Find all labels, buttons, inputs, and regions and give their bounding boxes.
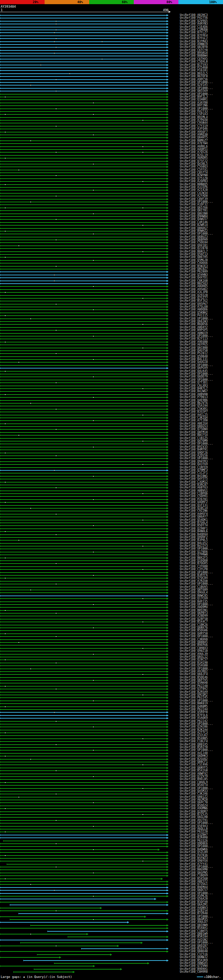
alignment-bar [0,502,167,503]
alignment-arrowhead-icon [167,784,168,786]
alignment-arrowhead-icon [167,96,168,98]
alignment-bar [0,732,167,733]
alignment-arrowhead-icon [167,659,168,661]
alignment-arrowhead-icon [110,954,112,956]
alignment-bar [0,18,167,18]
alignment-arrowhead-icon [167,236,168,238]
alignment-bar [0,735,167,736]
scale-legend-text: =100char. [204,975,221,978]
alignment-arrowhead-icon [167,601,168,603]
alignment-bar [0,88,167,89]
alignment-bar [0,671,167,672]
alignment-bar [0,592,167,593]
alignment-arrowhead-icon [167,714,168,716]
gap-marker-icon [56,108,56,109]
alignment-arrowhead-icon [167,309,168,311]
alignment-bar [10,919,167,920]
alignment-arrowhead-icon [167,300,168,302]
alignment-bar [0,957,59,958]
alignment-arrowhead-icon [167,676,168,679]
gap-marker-icon [56,47,56,48]
alignment-arrowhead-icon [167,793,168,795]
alignment-bar [0,202,167,202]
gap-marker-icon [143,814,143,815]
gap-marker-icon [93,420,94,421]
alignment-bar [0,800,167,800]
gap-marker-icon [93,190,94,191]
gap-marker-icon [56,910,56,911]
alignment-bar [0,770,167,771]
alignment-arrowhead-icon [167,256,168,258]
alignment-bar [0,651,167,651]
gap-marker-icon [93,103,94,103]
gap-marker-icon [143,415,143,415]
gap-marker-icon [143,298,143,299]
gap-marker-icon [143,146,143,147]
gap-marker-icon [5,732,6,733]
alignment-bar [0,257,167,258]
alignment-arrowhead-icon [167,204,168,206]
alignment-arrowhead-icon [167,805,168,807]
alignment-bar [0,607,167,608]
alignment-bar [0,348,167,348]
alignment-bar [0,832,167,832]
alignment-bar [0,805,167,806]
alignment-arrowhead-icon [167,41,168,43]
alignment-bar [0,228,167,229]
alignment-row[interactable]: UniRef100_C0H9R8 [0,970,223,974]
alignment-arrowhead-icon [167,116,168,119]
alignment-bar [0,184,167,185]
alignment-bar [0,575,167,576]
alignment-bar [0,598,167,599]
hit-accession-label[interactable]: UniRef100_C0H9R8 [180,970,208,974]
alignment-arrowhead-icon [167,361,168,363]
alignment-bar [0,689,167,689]
alignment-arrowhead-icon [167,490,168,492]
alignment-arrowhead-icon [167,428,168,430]
alignment-bar [0,388,167,389]
gap-marker-icon [56,91,56,91]
alignment-arrowhead-icon [127,921,129,923]
gap-marker-icon [5,808,6,809]
alignment-bar [0,511,167,511]
alignment-bar [0,896,167,897]
alignment-bar [0,324,167,325]
alignment-bar [0,490,167,491]
alignment-bar [0,231,167,232]
alignment-bar [0,768,167,768]
alignment-bar [0,237,167,237]
alignment-bar [0,537,167,538]
alignment-bar [0,371,167,372]
alignment-arrowhead-icon [167,58,168,60]
alignment-arrowhead-icon [167,268,168,270]
alignment-arrowhead-icon [167,834,168,836]
alignment-arrowhead-icon [167,516,168,518]
alignment-bar [0,601,167,602]
alignment-arrowhead-icon [167,376,168,378]
alignment-arrowhead-icon [167,353,168,355]
alignment-arrowhead-icon [167,837,168,839]
alignment-arrowhead-icon [167,639,168,641]
alignment-bar [0,254,167,255]
alignment-arrowhead-icon [167,776,168,778]
alignment-arrowhead-icon [167,703,168,705]
alignment-arrowhead-icon [167,799,168,801]
alignment-arrowhead-icon [167,624,168,626]
alignment-arrowhead-icon [167,405,168,407]
identity-color-key: 20%40%60%80%100% [0,0,223,4]
alignment-bar [0,170,167,170]
alignment-bar [0,24,167,24]
alignment-bar [0,79,167,80]
alignment-bar [0,668,167,669]
alignment-arrowhead-icon [167,653,168,655]
alignment-bar [0,485,167,485]
alignment-arrowhead-icon [167,67,168,69]
alignment-bar [0,292,167,293]
gap-marker-icon [56,304,56,304]
alignment-bar [0,730,167,730]
alignment-arrowhead-icon [167,554,168,556]
gap-marker-icon [5,423,6,424]
alignment-bar [0,175,167,176]
identity-key-segment: 40% [45,0,89,4]
alignment-bar [0,155,167,156]
